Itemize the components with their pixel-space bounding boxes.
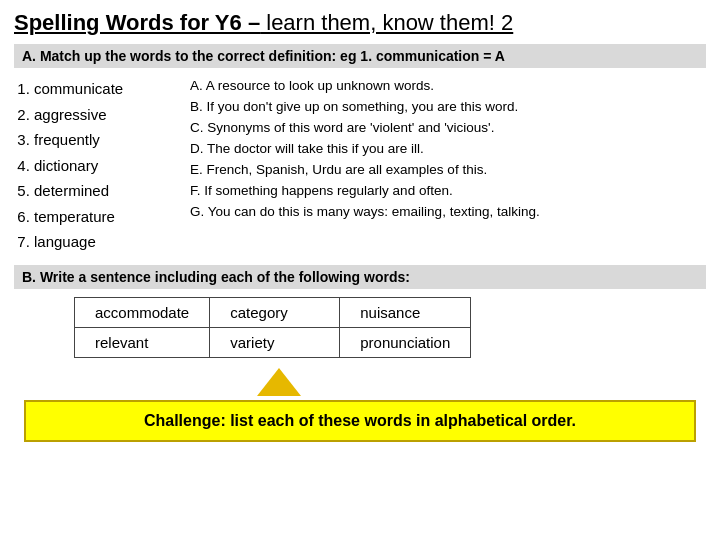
challenge-box: Challenge: list each of these words in a…	[24, 400, 696, 442]
title-normal: learn them, know them! 2	[260, 10, 513, 35]
definition-item: A. A resource to look up unknown words.	[190, 76, 706, 97]
definition-item: B. If you don't give up on something, yo…	[190, 97, 706, 118]
table-cell: category	[210, 297, 340, 327]
table-row: accommodate category nuisance	[75, 297, 471, 327]
definition-item: D. The doctor will take this if you are …	[190, 139, 706, 160]
table-cell: accommodate	[75, 297, 210, 327]
table-row: relevant variety pronunciation	[75, 327, 471, 357]
list-item: communicate	[34, 76, 174, 102]
definition-item: G. You can do this is many ways: emailin…	[190, 202, 706, 223]
table-cell: pronunciation	[340, 327, 471, 357]
page-title: Spelling Words for Y6 – learn them, know…	[14, 10, 706, 36]
list-item: language	[34, 229, 174, 255]
list-item: frequently	[34, 127, 174, 153]
section-b-header: B. Write a sentence including each of th…	[14, 265, 706, 289]
definitions-panel: A. A resource to look up unknown words. …	[190, 76, 706, 255]
table-cell: relevant	[75, 327, 210, 357]
list-item: aggressive	[34, 102, 174, 128]
title-underlined: Spelling Words for Y6 –	[14, 10, 260, 35]
definition-item: E. French, Spanish, Urdu are all example…	[190, 160, 706, 181]
word-list: communicate aggressive frequently dictio…	[14, 76, 174, 255]
definition-item: C. Synonyms of this word are 'violent' a…	[190, 118, 706, 139]
list-item: dictionary	[34, 153, 174, 179]
list-item: temperature	[34, 204, 174, 230]
section-a-header: A. Match up the words to the correct def…	[14, 44, 706, 68]
list-item: determined	[34, 178, 174, 204]
up-arrow-icon	[257, 368, 301, 396]
table-cell: nuisance	[340, 297, 471, 327]
arrow-decoration	[74, 368, 484, 396]
definition-item: F. If something happens regularly and of…	[190, 181, 706, 202]
table-cell: variety	[210, 327, 340, 357]
word-table: accommodate category nuisance relevant v…	[74, 297, 471, 358]
